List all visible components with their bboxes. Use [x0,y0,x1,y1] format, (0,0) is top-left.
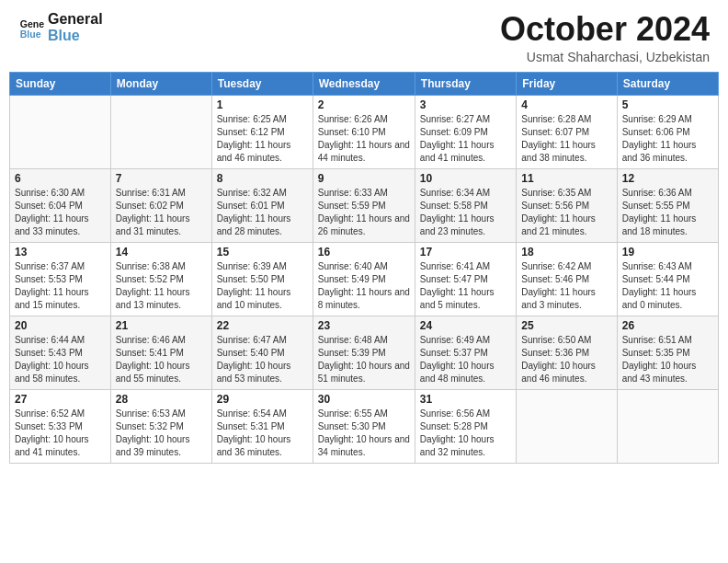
location-subtitle: Usmat Shaharchasi, Uzbekistan [500,50,710,64]
day-cell: 27 Sunrise: 6:52 AMSunset: 5:33 PMDaylig… [10,389,111,463]
day-number: 5 [622,98,713,111]
day-number: 27 [15,393,106,406]
day-cell: 16 Sunrise: 6:40 AMSunset: 5:49 PMDaylig… [313,242,415,316]
day-cell: 3 Sunrise: 6:27 AMSunset: 6:09 PMDayligh… [415,95,516,168]
day-number: 2 [318,98,410,111]
day-info: Sunrise: 6:40 AMSunset: 5:49 PMDaylight:… [318,261,410,310]
col-saturday: Saturday [617,72,718,95]
day-cell: 28 Sunrise: 6:53 AMSunset: 5:32 PMDaylig… [110,389,211,463]
day-number: 12 [622,172,713,185]
day-info: Sunrise: 6:36 AMSunset: 5:55 PMDaylight:… [622,188,697,236]
day-info: Sunrise: 6:37 AMSunset: 5:53 PMDaylight:… [15,261,89,310]
day-number: 17 [420,246,511,259]
week-row-1: 1 Sunrise: 6:25 AMSunset: 6:12 PMDayligh… [10,95,719,168]
day-info: Sunrise: 6:55 AMSunset: 5:30 PMDaylight:… [318,408,410,457]
header: General Blue General Blue October 2024 U… [0,0,728,72]
day-number: 19 [622,246,713,259]
header-row: Sunday Monday Tuesday Wednesday Thursday… [10,72,719,95]
logo-general: General [48,11,103,28]
day-cell: 11 Sunrise: 6:35 AMSunset: 5:56 PMDaylig… [517,168,617,242]
day-info: Sunrise: 6:32 AMSunset: 6:01 PMDaylight:… [217,188,291,236]
day-info: Sunrise: 6:25 AMSunset: 6:12 PMDaylight:… [217,114,291,163]
day-number: 31 [420,393,511,406]
day-info: Sunrise: 6:54 AMSunset: 5:31 PMDaylight:… [217,408,291,457]
day-number: 22 [217,319,308,332]
day-info: Sunrise: 6:34 AMSunset: 5:58 PMDaylight:… [420,188,495,236]
day-cell: 22 Sunrise: 6:47 AMSunset: 5:40 PMDaylig… [211,316,313,389]
day-cell: 30 Sunrise: 6:55 AMSunset: 5:30 PMDaylig… [313,389,415,463]
day-info: Sunrise: 6:28 AMSunset: 6:07 PMDaylight:… [521,114,596,163]
col-sunday: Sunday [10,72,111,95]
day-number: 14 [116,246,207,259]
day-cell: 10 Sunrise: 6:34 AMSunset: 5:58 PMDaylig… [415,168,516,242]
day-number: 23 [318,319,410,332]
day-number: 16 [318,246,410,259]
day-cell: 14 Sunrise: 6:38 AMSunset: 5:52 PMDaylig… [110,242,211,316]
day-cell: 26 Sunrise: 6:51 AMSunset: 5:35 PMDaylig… [617,316,718,389]
day-cell: 20 Sunrise: 6:44 AMSunset: 5:43 PMDaylig… [10,316,111,389]
day-number: 10 [420,172,511,185]
day-number: 21 [116,319,207,332]
col-wednesday: Wednesday [313,72,415,95]
logo-icon: General Blue [18,15,44,40]
title-section: October 2024 Usmat Shaharchasi, Uzbekist… [500,11,710,64]
day-info: Sunrise: 6:38 AMSunset: 5:52 PMDaylight:… [116,261,190,310]
day-number: 15 [217,246,308,259]
day-cell: 9 Sunrise: 6:33 AMSunset: 5:59 PMDayligh… [313,168,415,242]
day-info: Sunrise: 6:48 AMSunset: 5:39 PMDaylight:… [318,335,410,384]
day-info: Sunrise: 6:31 AMSunset: 6:02 PMDaylight:… [116,188,190,236]
logo: General Blue General Blue [18,11,103,43]
day-cell: 7 Sunrise: 6:31 AMSunset: 6:02 PMDayligh… [110,168,211,242]
col-monday: Monday [110,72,211,95]
col-friday: Friday [517,72,617,95]
day-cell: 12 Sunrise: 6:36 AMSunset: 5:55 PMDaylig… [617,168,718,242]
day-cell: 2 Sunrise: 6:26 AMSunset: 6:10 PMDayligh… [313,95,415,168]
day-info: Sunrise: 6:42 AMSunset: 5:46 PMDaylight:… [521,261,596,310]
day-cell [10,95,111,168]
day-number: 26 [622,319,713,332]
day-info: Sunrise: 6:53 AMSunset: 5:32 PMDaylight:… [116,408,190,457]
day-number: 18 [521,246,611,259]
day-number: 3 [420,98,511,111]
day-number: 24 [420,319,511,332]
day-number: 4 [521,98,611,111]
day-number: 30 [318,393,410,406]
calendar-wrapper: Sunday Monday Tuesday Wednesday Thursday… [0,72,728,473]
page: General Blue General Blue October 2024 U… [0,0,728,563]
day-info: Sunrise: 6:39 AMSunset: 5:50 PMDaylight:… [217,261,291,310]
day-info: Sunrise: 6:47 AMSunset: 5:40 PMDaylight:… [217,335,291,384]
logo-blue: Blue [48,28,103,44]
day-info: Sunrise: 6:46 AMSunset: 5:41 PMDaylight:… [116,335,190,384]
day-cell: 8 Sunrise: 6:32 AMSunset: 6:01 PMDayligh… [211,168,313,242]
day-info: Sunrise: 6:50 AMSunset: 5:36 PMDaylight:… [521,335,596,384]
week-row-3: 13 Sunrise: 6:37 AMSunset: 5:53 PMDaylig… [10,242,719,316]
day-cell: 4 Sunrise: 6:28 AMSunset: 6:07 PMDayligh… [517,95,617,168]
month-title: October 2024 [500,11,710,48]
day-number: 7 [116,172,207,185]
day-number: 25 [521,319,611,332]
day-number: 11 [521,172,611,185]
day-cell [617,389,718,463]
day-number: 13 [15,246,106,259]
calendar-table: Sunday Monday Tuesday Wednesday Thursday… [9,72,719,464]
day-cell: 1 Sunrise: 6:25 AMSunset: 6:12 PMDayligh… [211,95,313,168]
day-cell: 19 Sunrise: 6:43 AMSunset: 5:44 PMDaylig… [617,242,718,316]
week-row-5: 27 Sunrise: 6:52 AMSunset: 5:33 PMDaylig… [10,389,719,463]
day-cell: 29 Sunrise: 6:54 AMSunset: 5:31 PMDaylig… [211,389,313,463]
day-cell: 18 Sunrise: 6:42 AMSunset: 5:46 PMDaylig… [517,242,617,316]
day-info: Sunrise: 6:33 AMSunset: 5:59 PMDaylight:… [318,188,410,236]
svg-text:Blue: Blue [20,28,41,39]
day-info: Sunrise: 6:35 AMSunset: 5:56 PMDaylight:… [521,188,596,236]
day-number: 29 [217,393,308,406]
day-cell: 31 Sunrise: 6:56 AMSunset: 5:28 PMDaylig… [415,389,516,463]
day-info: Sunrise: 6:41 AMSunset: 5:47 PMDaylight:… [420,261,495,310]
day-cell: 24 Sunrise: 6:49 AMSunset: 5:37 PMDaylig… [415,316,516,389]
day-cell: 5 Sunrise: 6:29 AMSunset: 6:06 PMDayligh… [617,95,718,168]
day-cell: 17 Sunrise: 6:41 AMSunset: 5:47 PMDaylig… [415,242,516,316]
day-number: 28 [116,393,207,406]
day-info: Sunrise: 6:29 AMSunset: 6:06 PMDaylight:… [622,114,697,163]
day-info: Sunrise: 6:27 AMSunset: 6:09 PMDaylight:… [420,114,495,163]
day-number: 20 [15,319,106,332]
day-number: 1 [217,98,308,111]
week-row-4: 20 Sunrise: 6:44 AMSunset: 5:43 PMDaylig… [10,316,719,389]
